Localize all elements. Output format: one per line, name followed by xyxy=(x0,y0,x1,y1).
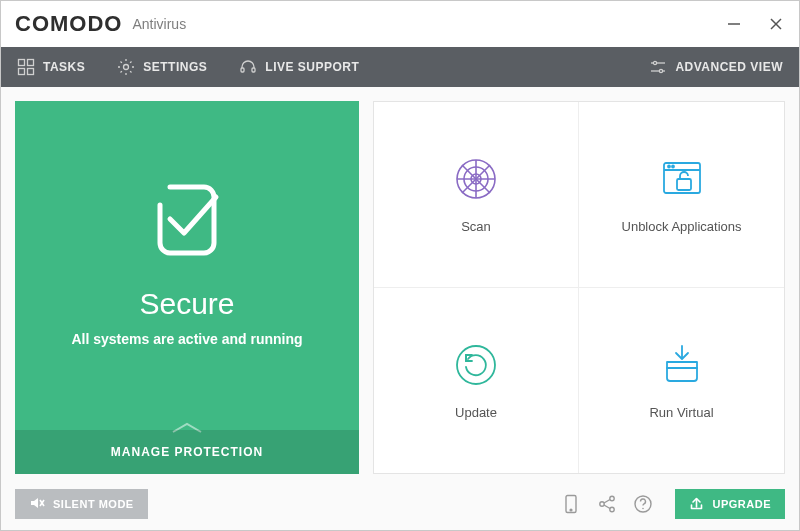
tile-update-label: Update xyxy=(455,405,497,420)
minimize-button[interactable] xyxy=(725,15,743,33)
titlebar: COMODO Antivirus xyxy=(1,1,799,47)
status-title: Secure xyxy=(139,287,234,321)
upgrade-label: UPGRADE xyxy=(712,498,771,510)
svg-point-32 xyxy=(571,509,573,511)
tile-run-virtual[interactable]: Run Virtual xyxy=(579,288,784,474)
mobile-icon[interactable] xyxy=(561,494,581,514)
toolbar-tasks-label: TASKS xyxy=(43,60,85,74)
brand-name: COMODO xyxy=(15,11,122,37)
toolbar-settings[interactable]: SETTINGS xyxy=(101,47,223,87)
share-icon[interactable] xyxy=(597,494,617,514)
toolbar-advanced-view-label: ADVANCED VIEW xyxy=(675,60,783,74)
svg-rect-6 xyxy=(28,69,34,75)
manage-protection-button[interactable]: MANAGE PROTECTION xyxy=(15,430,359,474)
speaker-mute-icon xyxy=(29,495,45,513)
svg-rect-3 xyxy=(19,60,25,66)
svg-point-7 xyxy=(124,65,129,70)
sliders-icon xyxy=(649,58,667,76)
silent-mode-button[interactable]: SILENT MODE xyxy=(15,489,148,519)
tile-scan-label: Scan xyxy=(461,219,491,234)
toolbar: TASKS SETTINGS LIVE SUPPORT xyxy=(1,47,799,87)
tile-unblock-label: Unblock Applications xyxy=(622,219,742,234)
svg-point-39 xyxy=(643,508,645,510)
status-subtitle: All systems are active and running xyxy=(71,331,302,347)
window-controls xyxy=(725,15,785,33)
svg-point-33 xyxy=(600,502,604,506)
headset-icon xyxy=(239,58,257,76)
footer-icons xyxy=(561,494,653,514)
unblock-icon xyxy=(658,155,706,203)
toolbar-live-support-label: LIVE SUPPORT xyxy=(265,60,359,74)
toolbar-advanced-view[interactable]: ADVANCED VIEW xyxy=(633,47,799,87)
tasks-icon xyxy=(17,58,35,76)
tile-unblock-applications[interactable]: Unblock Applications xyxy=(579,102,784,288)
main-content: Secure All systems are active and runnin… xyxy=(1,87,799,488)
svg-rect-4 xyxy=(28,60,34,66)
status-panel: Secure All systems are active and runnin… xyxy=(15,101,359,474)
footer: SILENT MODE xyxy=(1,488,799,530)
tile-scan[interactable]: Scan xyxy=(374,102,579,288)
svg-rect-5 xyxy=(19,69,25,75)
close-button[interactable] xyxy=(767,15,785,33)
svg-line-37 xyxy=(604,505,610,509)
silent-mode-label: SILENT MODE xyxy=(53,498,134,510)
scan-icon xyxy=(452,155,500,203)
svg-rect-8 xyxy=(241,68,244,72)
toolbar-tasks[interactable]: TASKS xyxy=(1,47,101,87)
update-icon xyxy=(452,341,500,389)
tile-update[interactable]: Update xyxy=(374,288,579,474)
svg-line-36 xyxy=(604,500,610,504)
upgrade-button[interactable]: UPGRADE xyxy=(675,489,785,519)
status-body: Secure All systems are active and runnin… xyxy=(15,101,359,420)
svg-point-24 xyxy=(672,165,674,167)
svg-point-26 xyxy=(457,346,495,384)
svg-point-35 xyxy=(610,507,614,511)
gear-icon xyxy=(117,58,135,76)
svg-rect-9 xyxy=(252,68,255,72)
tile-run-virtual-label: Run Virtual xyxy=(649,405,713,420)
svg-rect-25 xyxy=(677,179,691,190)
toolbar-settings-label: SETTINGS xyxy=(143,60,207,74)
svg-point-13 xyxy=(660,69,663,72)
action-tiles: Scan Unblock Applications xyxy=(373,101,785,474)
help-icon[interactable] xyxy=(633,494,653,514)
brand-product: Antivirus xyxy=(132,16,186,32)
svg-point-11 xyxy=(654,61,657,64)
manage-protection-label: MANAGE PROTECTION xyxy=(111,445,263,459)
app-window: COMODO Antivirus TASKS xyxy=(0,0,800,531)
toolbar-spacer xyxy=(375,47,633,87)
upgrade-icon xyxy=(689,496,704,513)
run-virtual-icon xyxy=(658,341,706,389)
svg-point-34 xyxy=(610,496,614,500)
secure-check-icon xyxy=(142,175,232,269)
svg-point-23 xyxy=(668,165,670,167)
toolbar-live-support[interactable]: LIVE SUPPORT xyxy=(223,47,375,87)
